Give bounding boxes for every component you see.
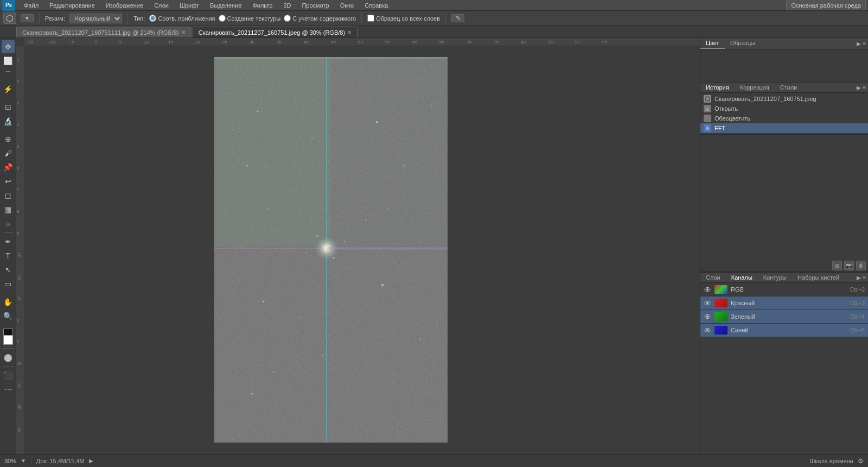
- eraser-tool[interactable]: ◻: [2, 189, 15, 202]
- menu-font[interactable]: Шрифт: [177, 2, 201, 9]
- tab-1[interactable]: Сканировать_20211207_160751.jpeg @ 30% (…: [193, 27, 358, 37]
- tab-correction[interactable]: Коррекция: [735, 83, 775, 92]
- menu-help[interactable]: Справка: [362, 2, 390, 9]
- history-item-0[interactable]: Сканировать_20211207_160751.jpeg: [700, 94, 868, 104]
- channels-panel-expand-icon[interactable]: ▶: [857, 275, 861, 281]
- svg-point-14: [295, 100, 296, 101]
- tab-brush-sets[interactable]: Наборы кистей: [792, 273, 845, 282]
- channel-red-eye[interactable]: [704, 299, 711, 307]
- history-item-3-label: FFT: [714, 125, 725, 131]
- marquee-tool[interactable]: ⬜: [2, 54, 15, 67]
- healing-settings-btn[interactable]: ✎: [451, 14, 464, 22]
- history-item-1[interactable]: Открыть: [700, 104, 868, 113]
- lasso-tool[interactable]: ⌒: [2, 68, 15, 81]
- history-item-2[interactable]: Обесцветить: [700, 113, 868, 123]
- channel-green-eye[interactable]: [704, 313, 711, 320]
- menu-edit[interactable]: Редактирование: [47, 2, 97, 9]
- svg-point-18: [311, 138, 313, 140]
- tab-layers[interactable]: Слои: [700, 273, 726, 282]
- layers-toolbar-icon1[interactable]: ⊞: [832, 261, 842, 270]
- workspace-button[interactable]: Основная рабочая среда: [786, 1, 866, 10]
- history-panel-menu-icon[interactable]: ≡: [863, 85, 866, 91]
- tool-option-btn[interactable]: ⬡: [3, 12, 16, 24]
- svg-point-21: [431, 105, 432, 106]
- menu-select[interactable]: Выделение: [208, 2, 244, 9]
- channel-rgb-eye[interactable]: [704, 286, 711, 293]
- move-tool[interactable]: ✥: [2, 40, 15, 53]
- channels-list: RGB Ctrl+2 Красный Ctrl+3: [700, 283, 868, 454]
- type-radio-group: Соотв. приближения Создание текстуры С у…: [149, 15, 356, 22]
- gradient-tool[interactable]: ▦: [2, 203, 15, 216]
- panel-collapse-icon[interactable]: ▶: [857, 41, 861, 47]
- tabs-bar: Сканировать_20211207_160751111.jpg @ 214…: [0, 26, 868, 38]
- pen-tool[interactable]: ✒: [2, 235, 15, 248]
- dodge-tool[interactable]: ○: [2, 217, 15, 230]
- eyedropper-tool[interactable]: 🔬: [2, 115, 15, 128]
- status-label: Шкала времени: [809, 458, 853, 464]
- healing-tool[interactable]: ⊕: [2, 132, 15, 146]
- crop-tool[interactable]: ⊡: [2, 100, 15, 113]
- tab-color[interactable]: Цвет: [700, 38, 725, 49]
- type-texture[interactable]: Создание текстуры: [219, 15, 281, 22]
- svg-point-31: [279, 230, 280, 231]
- zoom-tool[interactable]: 🔍: [2, 310, 15, 323]
- tab-paths[interactable]: Контуры: [758, 273, 792, 282]
- channel-blue[interactable]: Синий Ctrl+5: [700, 324, 868, 337]
- history-items-list: Сканировать_20211207_160751.jpeg Открыть…: [700, 93, 868, 134]
- ruler-top: -15 -10 -5 0 5 10 15 20 25 30 35 40 45 5…: [24, 38, 700, 46]
- svg-point-46: [706, 288, 709, 291]
- channel-blue-eye[interactable]: [704, 326, 711, 334]
- menu-filter[interactable]: Фильтр: [250, 2, 275, 9]
- mode-select[interactable]: Нормальный: [69, 14, 122, 23]
- menu-layers[interactable]: Слои: [152, 2, 171, 9]
- channels-panel-menu-icon[interactable]: ≡: [863, 275, 866, 281]
- quick-mask-tool[interactable]: ⬤: [2, 351, 15, 364]
- tab-channels[interactable]: Каналы: [726, 273, 758, 282]
- channel-rgb-thumb: [714, 285, 727, 294]
- tab-0[interactable]: Сканировать_20211207_160751111.jpg @ 214…: [16, 27, 192, 37]
- history-item-0-label: Сканировать_20211207_160751.jpeg: [714, 96, 816, 102]
- zoom-options-btn[interactable]: ▼: [21, 458, 26, 464]
- panel-menu-icon[interactable]: ≡: [863, 41, 866, 47]
- channel-rgb[interactable]: RGB Ctrl+2: [700, 283, 868, 296]
- brush-tool[interactable]: 🖌: [2, 147, 15, 160]
- history-item-3[interactable]: FFT: [700, 123, 868, 133]
- shape-tool[interactable]: ▭: [2, 277, 15, 291]
- mode-label: Режим:: [45, 15, 65, 22]
- history-brush-tool[interactable]: ↩: [2, 175, 15, 188]
- tab-0-close[interactable]: ✕: [181, 29, 186, 35]
- channel-green[interactable]: Зеленый Ctrl+4: [700, 310, 868, 324]
- type-proximity[interactable]: Соотв. приближения: [149, 15, 215, 22]
- status-doc-arrow[interactable]: ▶: [89, 458, 93, 464]
- text-tool[interactable]: T: [2, 249, 15, 262]
- svg-point-32: [366, 219, 367, 221]
- screen-mode-tool[interactable]: ⬛: [2, 369, 15, 382]
- menu-image[interactable]: Изображение: [104, 2, 145, 9]
- status-zoom: 30%: [4, 458, 16, 464]
- tab-styles[interactable]: Стили: [775, 83, 803, 92]
- sample-all-layers[interactable]: Образец со всех слоев: [367, 15, 440, 22]
- menu-view[interactable]: Просмотр: [299, 2, 331, 9]
- channel-red[interactable]: Красный Ctrl+3: [700, 296, 868, 310]
- menu-file[interactable]: Файл: [22, 2, 41, 9]
- background-color[interactable]: [3, 335, 13, 345]
- status-settings-icon[interactable]: ⚙: [858, 457, 864, 465]
- magic-wand-tool[interactable]: ⚡: [2, 83, 15, 96]
- type-content-aware[interactable]: С учетом содержимого: [284, 15, 356, 22]
- history-panel-expand-icon[interactable]: ▶: [857, 85, 861, 91]
- path-select-tool[interactable]: ↖: [2, 263, 15, 276]
- stamp-tool[interactable]: 📌: [2, 161, 15, 174]
- layers-toolbar-icon2[interactable]: 📷: [844, 261, 854, 270]
- tab-samples[interactable]: Образцы: [725, 38, 761, 49]
- extras-tool[interactable]: ⋯: [2, 383, 15, 396]
- hand-tool[interactable]: ✋: [2, 295, 15, 308]
- tab-history[interactable]: История: [700, 83, 735, 92]
- menu-window[interactable]: Окно: [338, 2, 356, 9]
- canvas-viewport[interactable]: [24, 46, 700, 454]
- layers-panel: ⊞ 📷 🗑 Слои Каналы Контуры Наборы кистей …: [700, 260, 868, 454]
- menu-3d[interactable]: 3D: [281, 2, 293, 9]
- tab-1-close[interactable]: ✕: [347, 29, 352, 35]
- layers-toolbar-icon3[interactable]: 🗑: [856, 261, 866, 270]
- brush-preset-btn[interactable]: ▾: [21, 14, 34, 22]
- channel-green-name: Зеленый: [731, 313, 847, 320]
